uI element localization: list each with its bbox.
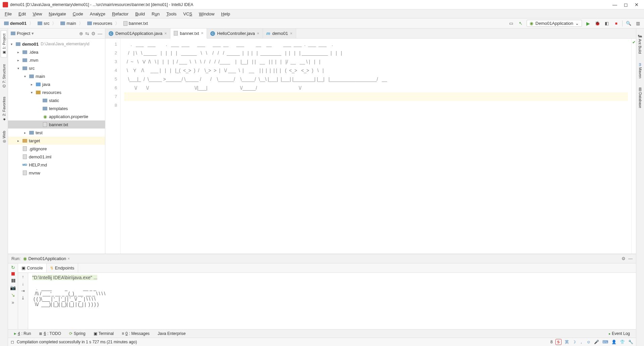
editor-body[interactable]: 12345678 . ___ ___ . ___ ___ ___ ___ __ … (105, 39, 636, 254)
tree-node-target[interactable]: ▸target (8, 137, 105, 145)
minimize-button[interactable]: — (612, 2, 617, 7)
tree-node-src[interactable]: ▾src (8, 64, 105, 72)
menu-file[interactable]: File (2, 11, 14, 17)
more-button[interactable]: » (12, 300, 14, 305)
dot-icon[interactable]: ， (579, 339, 583, 345)
debug-button[interactable]: 🐞 (594, 20, 601, 27)
tab-favorites[interactable]: ★ 2: Favorites (1, 94, 7, 125)
run-config-selector[interactable]: ◉ Demo01Application ⌄ (527, 20, 582, 27)
tab-console[interactable]: ▣Console (18, 263, 47, 273)
back-arrow-icon[interactable]: ↖ (517, 20, 524, 27)
hide-icon[interactable]: — (98, 31, 102, 36)
code-area[interactable]: . ___ ___ . ___ ___ ___ ___ __ ___ __ __… (121, 39, 631, 254)
tab-endpoints[interactable]: ↯Endpoints (47, 263, 78, 273)
menu-view[interactable]: View (30, 11, 45, 17)
tree-node-mvn[interactable]: ▸.mvn (8, 56, 105, 64)
dump-button[interactable]: 📷 (10, 285, 16, 290)
tab-structure[interactable]: ⌬ 7: Structure (1, 61, 7, 91)
up-button[interactable]: ↑ (22, 274, 24, 279)
tab-ant[interactable]: 🐜 Ant Build (637, 31, 643, 57)
tree-node-resources[interactable]: ▾resources (8, 88, 105, 96)
menu-refactor[interactable]: Refactor (109, 11, 131, 17)
smile-icon[interactable]: ☺ (587, 340, 591, 344)
close-button[interactable]: ✕ (635, 2, 639, 7)
crumb-resources[interactable]: resources〉 (86, 20, 121, 27)
tab-spring[interactable]: ⟳ Spring (66, 331, 89, 337)
tab-banner[interactable]: banner.txt× (170, 29, 207, 39)
tree-node-iml[interactable]: demo01.iml (8, 153, 105, 161)
project-structure-button[interactable]: ▥ (635, 20, 641, 27)
status-icon[interactable]: ◻ (11, 340, 14, 344)
settings-icon[interactable]: ⚙ (91, 31, 96, 36)
close-icon[interactable]: × (257, 31, 259, 36)
sogou-ime-icon[interactable]: S (555, 339, 561, 345)
crumb-main[interactable]: main〉 (59, 20, 84, 27)
rerun-button[interactable]: ↻ (11, 265, 15, 270)
scroll-button[interactable]: ⤓ (21, 295, 25, 300)
tab-event-log[interactable]: Event Log (605, 331, 633, 337)
tree-node-test[interactable]: ▸test (8, 129, 105, 137)
menu-vcs[interactable]: VCS (180, 11, 195, 17)
close-icon[interactable]: × (201, 31, 203, 36)
close-icon[interactable]: × (67, 256, 70, 261)
tree-node-mvnw[interactable]: mvnw (8, 169, 105, 177)
tree-node-java[interactable]: ▸java (8, 80, 105, 88)
down-button[interactable]: ↓ (22, 281, 24, 286)
mic-icon[interactable]: 🎤 (594, 340, 599, 344)
tab-run[interactable]: 44: Run: Run (11, 331, 34, 337)
tree-node-idea[interactable]: ▸.idea (8, 48, 105, 56)
skin-icon[interactable]: 👕 (620, 340, 625, 344)
tree-node-help[interactable]: MDHELP.md (8, 161, 105, 169)
menu-window[interactable]: Window (196, 11, 217, 17)
tree-node-static[interactable]: static (8, 96, 105, 104)
run-button[interactable]: ▶ (585, 20, 591, 27)
tree-root[interactable]: ▾demo01D:\Java\Java_elementary\d (8, 40, 105, 48)
keyboard-icon[interactable]: ⌨ (602, 340, 608, 344)
menu-help[interactable]: Help (218, 11, 233, 17)
close-icon[interactable]: × (290, 31, 292, 36)
gear-icon[interactable]: ⚙ (622, 256, 626, 261)
menu-tools[interactable]: Tools (164, 11, 179, 17)
tab-todo[interactable]: ≣ 6: TODO (36, 331, 64, 337)
tab-terminal[interactable]: ▣ Terminal (90, 331, 117, 337)
stop-button[interactable] (11, 272, 15, 276)
coverage-button[interactable]: ◧ (603, 20, 610, 27)
project-panel-title[interactable]: Project ▾ (11, 31, 77, 36)
crumb-src[interactable]: src〉 (36, 20, 58, 27)
pause-button[interactable]: ▮▮ (11, 278, 15, 283)
tab-javaee[interactable]: Java Enterprise (154, 331, 189, 337)
locate-icon[interactable]: ⊕ (79, 31, 83, 36)
moon-icon[interactable]: ☽ (572, 340, 576, 344)
tab-messages[interactable]: ≡ 0: Messages (118, 331, 153, 337)
tree-node-appprops[interactable]: ◉application.propertie (8, 112, 105, 120)
tab-web[interactable]: ◎ Web (1, 128, 7, 147)
tree-node-main[interactable]: ▾main (8, 72, 105, 80)
menu-navigate[interactable]: Navigate (46, 11, 68, 17)
tool-icon[interactable]: 🔧 (628, 340, 633, 344)
tab-database[interactable]: 🗄 Database (637, 85, 643, 111)
hide-icon[interactable]: — (628, 256, 633, 261)
menu-code[interactable]: Code (70, 11, 86, 17)
run-config-tab[interactable]: ◉Demo01Application× (23, 256, 70, 261)
close-icon[interactable]: × (164, 31, 167, 36)
tree-node-banner[interactable]: banner.txt (8, 120, 105, 129)
tab-project[interactable]: ▣ 1: Project (1, 31, 7, 58)
tab-hellocontroller[interactable]: CHelloController.java× (207, 29, 263, 38)
exit-button[interactable]: ↘ (11, 292, 15, 298)
menu-build[interactable]: Build (132, 11, 148, 17)
tab-demo01application[interactable]: CDemo01Application.java× (105, 29, 170, 38)
tree-node-templates[interactable]: templates (8, 104, 105, 112)
search-button[interactable]: 🔍 (625, 20, 632, 27)
wrap-button[interactable]: ⇥ (21, 288, 25, 293)
crumb-file[interactable]: banner.txt (122, 20, 149, 27)
stop-button[interactable]: ■ (613, 20, 620, 27)
maximize-button[interactable]: ◻ (624, 2, 628, 7)
tree-node-gitignore[interactable]: .gitignore (8, 145, 105, 153)
person-icon[interactable]: 👤 (611, 340, 616, 344)
tab-demo01[interactable]: mdemo01× (263, 29, 296, 38)
menu-analyze[interactable]: Analyze (87, 11, 108, 17)
ime-lang[interactable]: 英 (565, 339, 569, 345)
tab-maven[interactable]: m Maven (637, 60, 643, 81)
menu-edit[interactable]: Edit (16, 11, 29, 17)
device-icon[interactable]: ▭ (508, 20, 515, 27)
